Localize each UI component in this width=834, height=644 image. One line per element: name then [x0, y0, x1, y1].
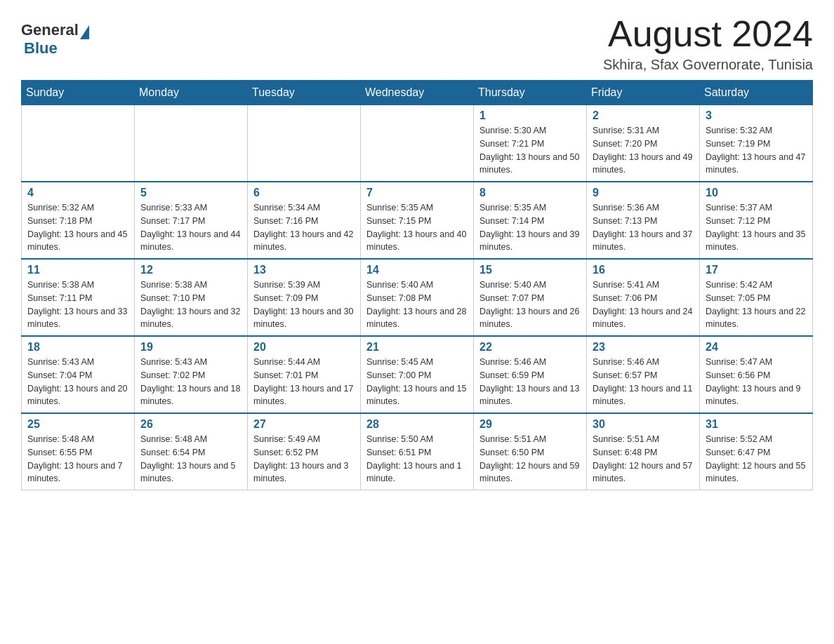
calendar-cell: 23Sunrise: 5:46 AM Sunset: 6:57 PM Dayli… — [587, 336, 700, 413]
day-number: 26 — [140, 418, 241, 431]
day-info: Sunrise: 5:43 AM Sunset: 7:04 PM Dayligh… — [27, 356, 128, 408]
calendar-cell: 4Sunrise: 5:32 AM Sunset: 7:18 PM Daylig… — [22, 182, 135, 259]
day-number: 28 — [366, 418, 468, 431]
day-number: 16 — [593, 264, 694, 276]
calendar-cell: 26Sunrise: 5:48 AM Sunset: 6:54 PM Dayli… — [135, 413, 248, 490]
calendar-cell: 29Sunrise: 5:51 AM Sunset: 6:50 PM Dayli… — [474, 413, 587, 490]
day-header-friday: Friday — [587, 81, 700, 105]
calendar-week-2: 4Sunrise: 5:32 AM Sunset: 7:18 PM Daylig… — [22, 182, 813, 259]
day-number: 3 — [706, 109, 807, 122]
calendar-cell: 30Sunrise: 5:51 AM Sunset: 6:48 PM Dayli… — [587, 413, 700, 490]
calendar-cell: 22Sunrise: 5:46 AM Sunset: 6:59 PM Dayli… — [474, 336, 587, 413]
day-number: 21 — [366, 341, 468, 354]
logo-general-text: General — [21, 21, 79, 39]
day-info: Sunrise: 5:50 AM Sunset: 6:51 PM Dayligh… — [366, 433, 468, 485]
day-info: Sunrise: 5:38 AM Sunset: 7:10 PM Dayligh… — [140, 279, 241, 331]
day-info: Sunrise: 5:52 AM Sunset: 6:47 PM Dayligh… — [706, 433, 807, 485]
day-info: Sunrise: 5:46 AM Sunset: 6:57 PM Dayligh… — [593, 356, 694, 408]
calendar-cell — [248, 105, 361, 182]
day-info: Sunrise: 5:38 AM Sunset: 7:11 PM Dayligh… — [27, 279, 128, 331]
calendar-cell: 17Sunrise: 5:42 AM Sunset: 7:05 PM Dayli… — [700, 259, 813, 336]
calendar-cell — [361, 105, 474, 182]
day-info: Sunrise: 5:33 AM Sunset: 7:17 PM Dayligh… — [140, 201, 241, 254]
day-number: 4 — [27, 187, 128, 199]
calendar-cell — [135, 105, 248, 182]
calendar-cell: 20Sunrise: 5:44 AM Sunset: 7:01 PM Dayli… — [248, 336, 361, 413]
day-info: Sunrise: 5:48 AM Sunset: 6:54 PM Dayligh… — [140, 433, 241, 485]
day-number: 8 — [479, 187, 581, 199]
calendar-cell: 8Sunrise: 5:35 AM Sunset: 7:14 PM Daylig… — [474, 182, 587, 259]
day-header-thursday: Thursday — [474, 81, 587, 105]
day-number: 18 — [27, 341, 128, 354]
day-info: Sunrise: 5:49 AM Sunset: 6:52 PM Dayligh… — [253, 433, 355, 485]
day-info: Sunrise: 5:30 AM Sunset: 7:21 PM Dayligh… — [479, 124, 581, 177]
calendar-cell: 1Sunrise: 5:30 AM Sunset: 7:21 PM Daylig… — [474, 105, 587, 182]
day-number: 17 — [706, 264, 807, 276]
day-header-sunday: Sunday — [22, 81, 135, 105]
day-number: 22 — [479, 341, 581, 354]
day-info: Sunrise: 5:48 AM Sunset: 6:55 PM Dayligh… — [27, 433, 128, 485]
day-info: Sunrise: 5:46 AM Sunset: 6:59 PM Dayligh… — [479, 356, 581, 408]
day-number: 10 — [706, 187, 807, 199]
day-info: Sunrise: 5:32 AM Sunset: 7:19 PM Dayligh… — [706, 124, 807, 177]
day-number: 29 — [479, 418, 581, 431]
day-info: Sunrise: 5:40 AM Sunset: 7:08 PM Dayligh… — [366, 279, 468, 331]
calendar-cell: 27Sunrise: 5:49 AM Sunset: 6:52 PM Dayli… — [248, 413, 361, 490]
day-info: Sunrise: 5:43 AM Sunset: 7:02 PM Dayligh… — [140, 356, 241, 408]
day-number: 9 — [593, 187, 694, 199]
day-info: Sunrise: 5:34 AM Sunset: 7:16 PM Dayligh… — [253, 201, 355, 254]
day-info: Sunrise: 5:35 AM Sunset: 7:15 PM Dayligh… — [366, 201, 468, 254]
day-info: Sunrise: 5:40 AM Sunset: 7:07 PM Dayligh… — [479, 279, 581, 331]
calendar-week-1: 1Sunrise: 5:30 AM Sunset: 7:21 PM Daylig… — [22, 105, 813, 182]
logo-blue-text: Blue — [24, 39, 89, 58]
day-number: 12 — [140, 264, 241, 276]
day-info: Sunrise: 5:51 AM Sunset: 6:48 PM Dayligh… — [593, 433, 694, 485]
day-number: 5 — [140, 187, 241, 199]
day-number: 24 — [706, 341, 807, 354]
calendar-cell: 15Sunrise: 5:40 AM Sunset: 7:07 PM Dayli… — [474, 259, 587, 336]
calendar-cell: 13Sunrise: 5:39 AM Sunset: 7:09 PM Dayli… — [248, 259, 361, 336]
calendar-week-4: 18Sunrise: 5:43 AM Sunset: 7:04 PM Dayli… — [22, 336, 813, 413]
day-info: Sunrise: 5:44 AM Sunset: 7:01 PM Dayligh… — [253, 356, 355, 408]
day-info: Sunrise: 5:36 AM Sunset: 7:13 PM Dayligh… — [593, 201, 694, 254]
calendar-week-5: 25Sunrise: 5:48 AM Sunset: 6:55 PM Dayli… — [22, 413, 813, 490]
page-header: General Blue August 2024 Skhira, Sfax Go… — [21, 14, 813, 73]
calendar-cell: 19Sunrise: 5:43 AM Sunset: 7:02 PM Dayli… — [135, 336, 248, 413]
day-info: Sunrise: 5:41 AM Sunset: 7:06 PM Dayligh… — [593, 279, 694, 331]
calendar-header-row: SundayMondayTuesdayWednesdayThursdayFrid… — [22, 81, 813, 105]
calendar-subtitle: Skhira, Sfax Governorate, Tunisia — [603, 57, 813, 73]
day-info: Sunrise: 5:39 AM Sunset: 7:09 PM Dayligh… — [253, 279, 355, 331]
calendar-cell: 18Sunrise: 5:43 AM Sunset: 7:04 PM Dayli… — [22, 336, 135, 413]
calendar-cell: 28Sunrise: 5:50 AM Sunset: 6:51 PM Dayli… — [361, 413, 474, 490]
day-info: Sunrise: 5:31 AM Sunset: 7:20 PM Dayligh… — [593, 124, 694, 177]
day-number: 23 — [593, 341, 694, 354]
calendar-cell: 12Sunrise: 5:38 AM Sunset: 7:10 PM Dayli… — [135, 259, 248, 336]
day-header-saturday: Saturday — [700, 81, 813, 105]
day-info: Sunrise: 5:51 AM Sunset: 6:50 PM Dayligh… — [479, 433, 581, 485]
day-number: 13 — [253, 264, 355, 276]
day-number: 27 — [253, 418, 355, 431]
day-number: 30 — [593, 418, 694, 431]
day-info: Sunrise: 5:42 AM Sunset: 7:05 PM Dayligh… — [706, 279, 807, 331]
day-header-tuesday: Tuesday — [248, 81, 361, 105]
calendar-cell: 2Sunrise: 5:31 AM Sunset: 7:20 PM Daylig… — [587, 105, 700, 182]
day-info: Sunrise: 5:47 AM Sunset: 6:56 PM Dayligh… — [706, 356, 807, 408]
calendar-table: SundayMondayTuesdayWednesdayThursdayFrid… — [21, 80, 813, 490]
calendar-cell: 3Sunrise: 5:32 AM Sunset: 7:19 PM Daylig… — [700, 105, 813, 182]
day-info: Sunrise: 5:45 AM Sunset: 7:00 PM Dayligh… — [366, 356, 468, 408]
calendar-cell: 25Sunrise: 5:48 AM Sunset: 6:55 PM Dayli… — [22, 413, 135, 490]
calendar-cell: 9Sunrise: 5:36 AM Sunset: 7:13 PM Daylig… — [587, 182, 700, 259]
calendar-cell: 14Sunrise: 5:40 AM Sunset: 7:08 PM Dayli… — [361, 259, 474, 336]
day-number: 11 — [27, 264, 128, 276]
day-number: 15 — [479, 264, 581, 276]
day-info: Sunrise: 5:35 AM Sunset: 7:14 PM Dayligh… — [479, 201, 581, 254]
calendar-cell: 31Sunrise: 5:52 AM Sunset: 6:47 PM Dayli… — [700, 413, 813, 490]
day-number: 25 — [27, 418, 128, 431]
calendar-cell: 10Sunrise: 5:37 AM Sunset: 7:12 PM Dayli… — [700, 182, 813, 259]
day-info: Sunrise: 5:32 AM Sunset: 7:18 PM Dayligh… — [27, 201, 128, 254]
day-number: 20 — [253, 341, 355, 354]
day-number: 1 — [479, 109, 581, 122]
day-number: 7 — [366, 187, 468, 199]
calendar-cell: 11Sunrise: 5:38 AM Sunset: 7:11 PM Dayli… — [22, 259, 135, 336]
calendar-cell: 6Sunrise: 5:34 AM Sunset: 7:16 PM Daylig… — [248, 182, 361, 259]
